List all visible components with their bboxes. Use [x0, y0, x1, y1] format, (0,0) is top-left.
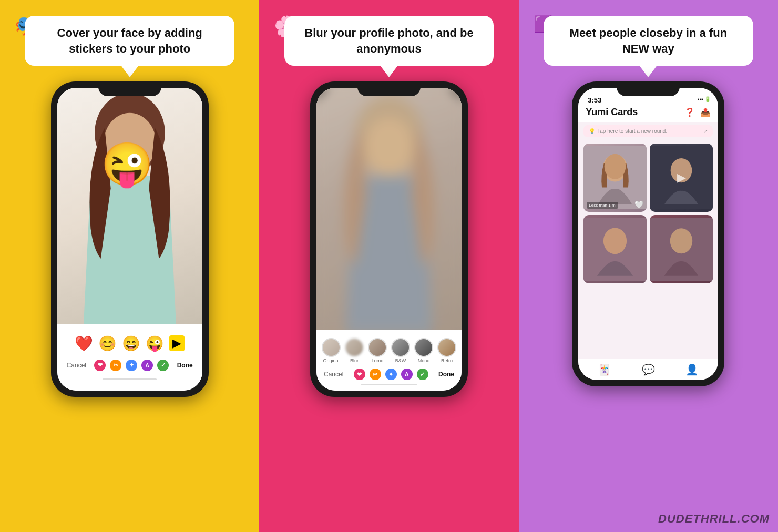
hint-icon: 💡	[589, 128, 595, 134]
home-indicator	[103, 378, 156, 380]
home-indicator-2	[361, 384, 417, 385]
nav-chat-icon[interactable]: 💬	[642, 363, 655, 376]
hint-arrow: ↗	[703, 128, 708, 134]
done-button-2[interactable]: Done	[438, 371, 454, 378]
done-button[interactable]: Done	[177, 362, 193, 369]
panel-1: 🎭 Cover your face by adding stickers to …	[0, 0, 259, 532]
card-2[interactable]: ▶	[650, 144, 713, 212]
phone-2: Original Blur Lomo B&W	[310, 81, 468, 397]
tool-crop[interactable]: ✂	[110, 360, 121, 371]
filter-thumb-original	[322, 338, 341, 357]
cards-grid: Less than 1 mi 🤍 ▶	[578, 140, 718, 287]
panel-2-bubble: Blur your profile photo, and be anonymou…	[284, 16, 494, 66]
phone-3-notch	[617, 81, 680, 96]
filter-retro[interactable]: Retro	[437, 338, 456, 363]
phone-1: 😜 ❤️ 😊 😄 😜 ▶ Cancel ❤ ✂ ✦	[51, 81, 209, 397]
card-2-play[interactable]: ▶	[677, 171, 686, 185]
emoji-picker-row: ❤️ 😊 😄 😜 ▶	[75, 335, 185, 352]
emoji-tongue[interactable]: 😜	[146, 335, 164, 352]
svg-point-7	[605, 154, 626, 179]
tool-text[interactable]: A	[141, 360, 153, 371]
filter-label-retro: Retro	[441, 358, 453, 363]
status-icons: ▪▪▪ 🔋	[698, 96, 711, 102]
emoji-grin[interactable]: 😄	[122, 335, 140, 352]
panel-2: 🌸 Blur your profile photo, and be anonym…	[259, 0, 518, 532]
tool-draw[interactable]: ✓	[157, 360, 169, 371]
phone-1-photo: 😜	[57, 88, 202, 324]
phone-1-bottom-bar: Cancel ❤ ✂ ✦ A ✓ Done	[63, 360, 197, 371]
share-icon[interactable]: 📤	[700, 107, 711, 117]
help-icon[interactable]: ❓	[684, 107, 695, 117]
emoji-smile[interactable]: 😊	[98, 335, 117, 352]
phone-2-bottom-bar: Cancel ❤ ✂ ✦ A ✓ Done	[320, 369, 458, 380]
cancel-button[interactable]: Cancel	[67, 362, 86, 369]
filter-lomo[interactable]: Lomo	[368, 338, 387, 363]
filter-row: Original Blur Lomo B&W	[322, 336, 456, 365]
card-1-like[interactable]: 🤍	[634, 200, 643, 209]
tool-sticker[interactable]: ❤	[94, 360, 106, 371]
watermark-text: DUDETHRILL.COM	[658, 512, 770, 526]
emoji-heart[interactable]: ❤️	[75, 335, 93, 352]
status-time: 3:53	[588, 96, 601, 104]
filter-bw[interactable]: B&W	[391, 338, 410, 363]
tool-2-draw[interactable]: ✓	[417, 369, 428, 380]
emoji-more[interactable]: ▶	[169, 335, 185, 351]
tool-icons: ❤ ✂ ✦ A ✓	[94, 360, 169, 371]
card-4[interactable]	[650, 215, 713, 283]
yumi-cards-screen: 3:53 ▪▪▪ 🔋 Yumi Cards ❓ 📤 💡 Tap here to …	[578, 88, 718, 380]
person-silhouette	[57, 88, 202, 324]
phone-2-screen: Original Blur Lomo B&W	[316, 88, 462, 391]
filter-thumb-retro	[437, 338, 456, 357]
phone-2-photo	[316, 88, 462, 330]
card-3[interactable]	[584, 215, 647, 283]
card-4-image	[650, 215, 713, 283]
card-1[interactable]: Less than 1 mi 🤍	[584, 144, 647, 212]
svg-point-11	[603, 228, 627, 254]
phone-1-screen: 😜 ❤️ 😊 😄 😜 ▶ Cancel ❤ ✂ ✦	[57, 88, 202, 391]
filter-mono[interactable]: Mono	[414, 338, 433, 363]
phone-2-toolbar: Original Blur Lomo B&W	[316, 330, 462, 391]
tool-2-sticker[interactable]: ❤	[354, 369, 365, 380]
card-1-distance: Less than 1 mi	[587, 202, 618, 209]
tool-icons-2: ❤ ✂ ✦ A ✓	[354, 369, 428, 380]
nav-profile-icon[interactable]: 👤	[685, 363, 699, 376]
yumi-hint-bar[interactable]: 💡 Tap here to start a new round. ↗	[584, 125, 713, 137]
emoji-sticker: 😜	[101, 140, 153, 189]
tool-2-text[interactable]: A	[401, 369, 413, 380]
nav-cards-icon[interactable]: 🃏	[598, 363, 611, 376]
phone-3-screen: 3:53 ▪▪▪ 🔋 Yumi Cards ❓ 📤 💡 Tap here to …	[578, 88, 718, 380]
filter-label-original: Original	[323, 358, 339, 363]
card-3-image	[584, 215, 647, 283]
tool-star[interactable]: ✦	[126, 360, 137, 371]
yumi-header-actions: ❓ 📤	[684, 107, 711, 117]
phone-3: 3:53 ▪▪▪ 🔋 Yumi Cards ❓ 📤 💡 Tap here to …	[572, 81, 724, 386]
cancel-button-2[interactable]: Cancel	[324, 371, 343, 378]
phone-1-notch	[98, 81, 161, 96]
yumi-app-title: Yumi Cards	[586, 107, 638, 118]
filter-label-mono: Mono	[418, 358, 430, 363]
blur-overlay	[316, 88, 462, 330]
panel-3-bubble: Meet people closeby in a fun NEW way	[544, 16, 753, 66]
filter-thumb-lomo	[368, 338, 387, 357]
phone-1-toolbar: ❤️ 😊 😄 😜 ▶ Cancel ❤ ✂ ✦ A ✓ Done	[57, 324, 202, 391]
filter-thumb-blur	[345, 338, 364, 357]
filter-label-bw: B&W	[395, 358, 406, 363]
filter-label-lomo: Lomo	[372, 358, 384, 363]
filter-thumb-bw	[391, 338, 410, 357]
filter-original[interactable]: Original	[322, 338, 341, 363]
filter-thumb-mono	[414, 338, 433, 357]
yumi-bottom-nav: 🃏 💬 👤	[578, 359, 718, 380]
filter-label-blur: Blur	[350, 358, 359, 363]
panel-1-bubble: Cover your face by adding stickers to yo…	[25, 16, 234, 66]
phone-2-notch	[357, 81, 421, 96]
panel-3: 🟪 Meet people closeby in a fun NEW way 3…	[519, 0, 778, 532]
svg-point-13	[670, 229, 692, 254]
tool-2-star[interactable]: ✦	[385, 369, 397, 380]
hint-text: Tap here to start a new round.	[597, 128, 667, 134]
blur-bg	[316, 88, 462, 330]
tool-2-crop[interactable]: ✂	[370, 369, 381, 380]
filter-blur[interactable]: Blur	[345, 338, 364, 363]
photo-background: 😜	[57, 88, 202, 324]
